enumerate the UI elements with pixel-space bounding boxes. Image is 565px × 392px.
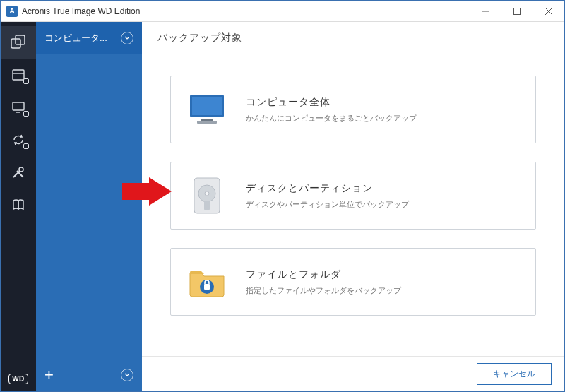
svg-rect-20	[204, 201, 210, 210]
window-title: Acronis True Image WD Edition	[22, 6, 469, 16]
app-window: A Acronis True Image WD Edition	[0, 0, 565, 392]
lock-badge-icon	[23, 111, 29, 117]
options-area: コンピュータ全体 かんたんにコンピュータをまるごとバックアップ	[142, 54, 564, 356]
backup-list-footer: +	[36, 359, 142, 391]
app-icon: A	[6, 6, 18, 17]
option-files-folders[interactable]: ファイルとフォルダ 指定したファイルやフォルダをバックアップ	[170, 248, 536, 316]
close-button[interactable]	[533, 1, 564, 21]
close-icon	[545, 8, 552, 15]
add-backup-button[interactable]: +	[44, 366, 54, 384]
option-title: コンピュータ全体	[246, 96, 417, 109]
sidebar-item-tools[interactable]	[1, 156, 36, 189]
sidebar-item-archive[interactable]	[1, 59, 36, 91]
minimize-button[interactable]	[469, 1, 501, 21]
option-desc: ディスクやパーティション単位でバックアップ	[246, 199, 409, 210]
backup-list-panel: コンピュータ... +	[36, 22, 142, 391]
app-body: WD コンピュータ... + バックアップ対象	[1, 22, 564, 391]
sidebar: WD	[1, 22, 36, 391]
svg-rect-1	[513, 8, 520, 14]
page-title: バックアップ対象	[142, 22, 564, 54]
chevron-down-icon	[121, 32, 133, 44]
backup-list-label: コンピュータ...	[44, 32, 107, 44]
backup-list-selected[interactable]: コンピュータ...	[36, 22, 142, 54]
option-desc: 指定したファイルやフォルダをバックアップ	[246, 285, 401, 296]
disk-icon	[186, 175, 227, 216]
option-desc: かんたんにコンピュータをまるごとバックアップ	[246, 113, 417, 124]
sidebar-item-backup[interactable]	[1, 26, 36, 59]
lock-badge-icon	[23, 78, 29, 84]
maximize-button[interactable]	[501, 1, 533, 21]
chevron-down-icon[interactable]	[121, 369, 133, 381]
minimize-icon	[482, 8, 489, 15]
lock-badge-icon	[23, 143, 29, 149]
svg-rect-16	[197, 121, 217, 124]
monitor-icon	[186, 89, 227, 130]
option-disks-partitions[interactable]: ディスクとパーティション ディスクやパーティション単位でバックアップ	[170, 162, 536, 230]
sidebar-item-sync[interactable]	[1, 91, 36, 124]
svg-point-19	[205, 191, 209, 196]
tools-icon	[11, 165, 25, 179]
main-panel: バックアップ対象 コンピュータ全体 かんたんにコンピュータをまるごとバックアッ	[142, 22, 564, 391]
svg-rect-8	[13, 102, 24, 110]
svg-rect-22	[204, 284, 210, 290]
option-entire-pc[interactable]: コンピュータ全体 かんたんにコンピュータをまるごとバックアップ	[170, 76, 536, 143]
svg-point-12	[19, 167, 23, 172]
sidebar-item-help[interactable]	[1, 189, 36, 221]
sidebar-item-refresh[interactable]	[1, 124, 36, 156]
titlebar: A Acronis True Image WD Edition	[1, 1, 564, 22]
svg-rect-14	[192, 97, 222, 115]
maximize-icon	[513, 8, 521, 15]
svg-rect-6	[13, 70, 24, 80]
option-title: ディスクとパーティション	[246, 182, 409, 195]
svg-rect-15	[201, 119, 213, 121]
book-icon	[11, 198, 25, 212]
footer: キャンセル	[142, 356, 564, 391]
cancel-button[interactable]: キャンセル	[477, 363, 552, 385]
option-title: ファイルとフォルダ	[246, 268, 401, 281]
backup-icon	[11, 35, 26, 50]
folder-lock-icon	[186, 261, 227, 302]
wd-logo: WD	[8, 374, 28, 384]
window-controls	[469, 1, 564, 21]
